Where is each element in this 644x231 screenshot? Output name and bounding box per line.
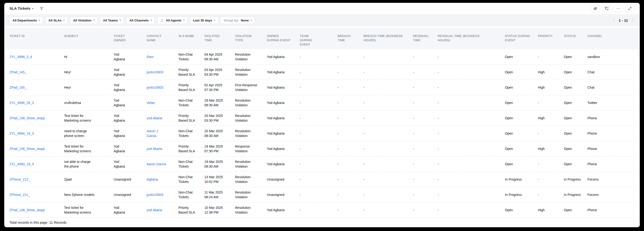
contact-name-link[interactable]: Ram — [146, 55, 154, 59]
chevron-left-icon[interactable] — [612, 18, 616, 22]
filter-group-by[interactable]: Group by: None ▾ — [221, 16, 255, 24]
team-during-event-cell: - — [300, 187, 338, 202]
team-during-event-cell: - — [300, 95, 338, 110]
filter-slas[interactable]: All SLAs ▾ — [46, 16, 68, 24]
sla-name-cell: Priority Based SLA — [178, 110, 204, 126]
contact-name-link[interactable]: Aaron J Garcia — [146, 129, 158, 138]
channel-cell: Forums — [588, 187, 634, 202]
breach-time-cell: - — [338, 95, 364, 110]
caret-down-icon: ▾ — [120, 19, 121, 22]
status-during-event-cell: Open — [505, 64, 538, 80]
eye-off-icon[interactable] — [590, 5, 600, 12]
ticket-id-link[interactable]: ZYL_4993_18_3 — [10, 162, 34, 166]
breach-time-bh-cell: - — [364, 64, 413, 80]
ticket-id-link[interactable]: ZPhone_211_ — [10, 193, 30, 196]
owner-during-event-cell: Unassigned — [267, 172, 300, 187]
priority-cell: - — [538, 126, 564, 141]
caret-down-icon: ▾ — [64, 19, 64, 22]
priority-cell: High — [538, 110, 564, 126]
contact-name-cell: Velan — [146, 95, 178, 110]
ellipsis-icon[interactable] — [614, 5, 623, 12]
ticket-id-link[interactable]: ZPad_138_Show_stopp — [10, 208, 44, 212]
filter-label: All SLAs — [48, 18, 62, 22]
funnel-icon[interactable] — [40, 6, 44, 10]
filter-label: All Channels — [130, 18, 149, 22]
contact-name-link[interactable]: jyotis10003 — [146, 193, 163, 196]
contact-name-cell: Ram — [146, 49, 178, 64]
ticket-id-link[interactable]: ZPad_138_Show_stopp — [10, 116, 44, 120]
ticket-id-link[interactable]: ZPhone_212_ — [10, 178, 30, 181]
violated-time-cell: 19 Mar 2025 07:30 PM — [204, 141, 235, 156]
rearrange-columns-icon[interactable] — [602, 5, 612, 12]
ticket-id-cell: ZYL_4994_19_3 — [10, 126, 64, 141]
residual-time-cell: - — [413, 172, 438, 187]
contact-name-link[interactable]: yod Abaria — [146, 147, 162, 150]
violation-type-cell: Resolution Violation — [235, 49, 267, 64]
filter-violation[interactable]: All Violation ▾ — [70, 16, 98, 24]
ticket-owner-cell: Yod Agbaria — [114, 126, 146, 141]
ticket-id-link[interactable]: ZPad_145_ — [10, 86, 26, 89]
breach-time-cell: - — [338, 110, 364, 126]
col-ticket-id: TICKET ID — [10, 28, 64, 49]
col-sla-name: SLA NAME — [178, 28, 204, 49]
ticket-id-link[interactable]: ZYL_4998_3_4 — [10, 55, 32, 59]
title-caret-down-icon[interactable]: ▾ — [32, 7, 34, 10]
table-row: ZYL_4994_19_3 need to change phone scree… — [10, 126, 634, 141]
owner-during-event-cell: Yod Agbaria — [267, 141, 300, 156]
ticket-id-cell: ZYL_4996_28_3 — [10, 95, 64, 110]
breach-time-cell: - — [338, 49, 364, 64]
team-during-event-cell: - — [300, 172, 338, 187]
chevron-right-icon[interactable] — [631, 18, 634, 22]
contact-name-link[interactable]: yod Abaria — [146, 116, 162, 120]
violation-type-cell: Resolution Violation — [235, 110, 267, 126]
table-body: ZYL_4998_3_4 Hi Yod Agbaria Ram Non-Chat… — [10, 49, 634, 218]
breach-time-cell: - — [338, 80, 364, 95]
sla-name-cell: Priority Based SLA — [178, 202, 204, 218]
page-range: 1 - 11 — [619, 18, 628, 22]
filter-teams[interactable]: All Teams ▾ — [100, 16, 124, 24]
residual-time-cell: - — [413, 80, 438, 95]
team-during-event-cell: - — [300, 126, 338, 141]
pagination: 1 - 11 — [612, 18, 634, 22]
filter-date-range[interactable]: Last 30 days ▾ — [190, 16, 218, 24]
filter-departments[interactable]: All Departments ▾ — [10, 16, 43, 24]
ticket-id-link[interactable]: ZPad_145_ — [10, 70, 26, 74]
contact-name-link[interactable]: Aaron Garcia — [146, 162, 166, 166]
total-records-text: Total records in this page :11 Records — [10, 221, 66, 224]
ticket-owner-cell: Unassigned — [114, 172, 146, 187]
contact-name-link[interactable]: jyotis10003 — [146, 86, 163, 89]
expand-icon[interactable] — [625, 5, 634, 12]
ticket-id-link[interactable]: ZPad_138_Show_stopp — [10, 147, 44, 150]
ticket-owner-cell: Yod Agbaria — [114, 141, 146, 156]
filter-channels[interactable]: All Channels ▾ — [126, 16, 155, 24]
violated-time-cell: 03 Apr 2025 03:30 PM — [204, 64, 235, 80]
contact-name-link[interactable]: Velan — [146, 101, 155, 105]
violated-time-cell: 19 Mar 2025 08:30 AM — [204, 156, 235, 172]
ticket-owner-cell: Yod Agbaria — [114, 156, 146, 172]
title-bar: SLA Tickets ▾ — [4, 3, 640, 14]
ticket-id-link[interactable]: ZYL_4996_28_3 — [10, 101, 34, 105]
residual-time-cell: - — [413, 110, 438, 126]
status-during-event-cell: Open — [505, 141, 538, 156]
status-cell: Open — [564, 64, 588, 80]
ticket-id-cell: ZPhone_211_ — [10, 187, 64, 202]
contact-name-link[interactable]: jyotis10003 — [146, 70, 163, 74]
residual-time-bh-cell: - — [438, 202, 505, 218]
status-during-event-cell: Open — [505, 49, 538, 64]
subject-cell: Test ticket for Marketing screens — [64, 110, 114, 126]
tickets-table-wrap: TICKET ID SUBJECT TICKET OWNER CONTACT N… — [4, 28, 640, 218]
residual-time-bh-cell: - — [438, 141, 505, 156]
ticket-id-link[interactable]: ZYL_4994_19_3 — [10, 132, 34, 135]
contact-name-cell: Aaron Garcia — [146, 156, 178, 172]
priority-cell: - — [538, 187, 564, 202]
contact-name-link[interactable]: Agbaria — [146, 178, 158, 181]
filter-agents[interactable]: All Agents ▾ — [157, 16, 188, 24]
caret-down-icon: ▾ — [150, 19, 152, 22]
breach-time-bh-cell: - — [364, 95, 413, 110]
subject-cell: vruficdohsa — [64, 95, 114, 110]
contact-name-link[interactable]: yod Abaria — [146, 208, 162, 212]
owner-during-event-cell: Yod Agbaria — [267, 49, 300, 64]
violated-time-cell: 20 Mar 2025 03:30 PM — [204, 110, 235, 126]
residual-time-cell: - — [413, 64, 438, 80]
violated-time-cell: 13 Mar 2025 10:02 PM — [204, 172, 235, 187]
